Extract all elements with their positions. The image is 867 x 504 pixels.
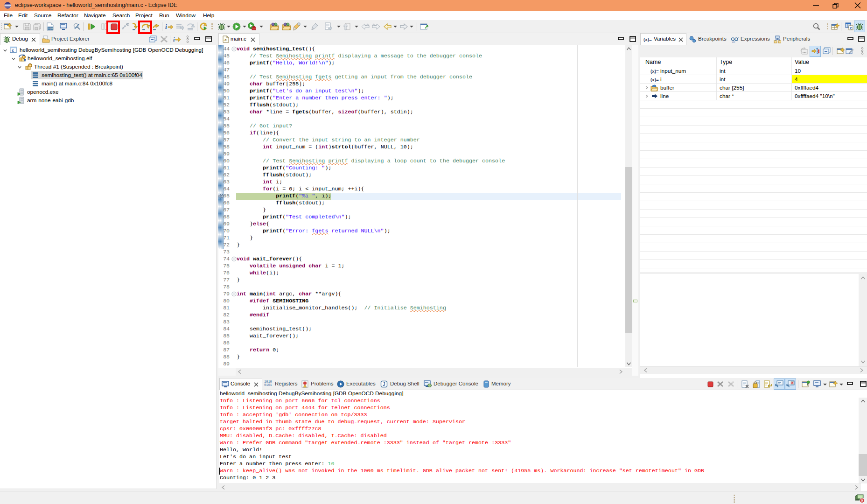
svg-text:C: C [850,26,853,30]
svg-text:J: J [383,382,385,387]
svg-text:i: i [165,23,167,30]
svg-text:i: i [173,36,175,43]
svg-text:x=: x= [732,41,735,43]
svg-text:010: 010 [48,27,53,30]
svg-text:c: c [12,48,14,53]
svg-text:.c: .c [224,38,227,42]
